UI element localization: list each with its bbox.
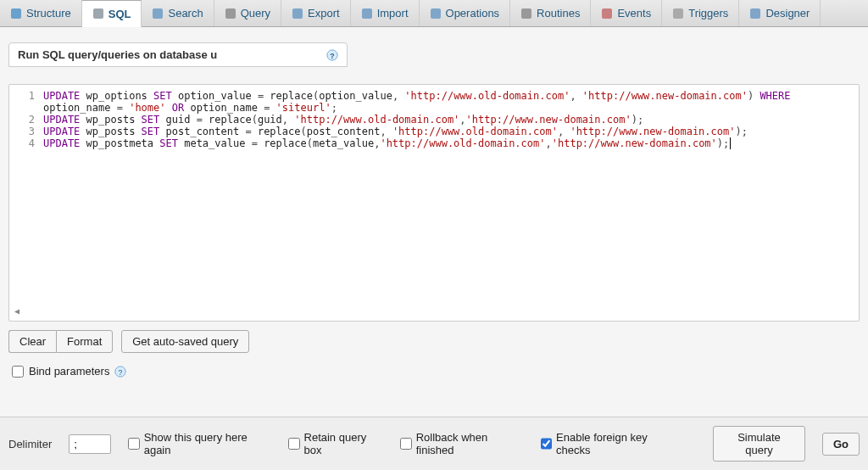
sql-header-title: Run SQL query/queries on database u xyxy=(18,48,217,61)
operations-icon xyxy=(430,8,442,20)
clear-format-group: Clear Format xyxy=(8,330,113,353)
code-content[interactable]: UPDATE wp_postmeta SET meta_value = repl… xyxy=(43,137,859,149)
tab-triggers[interactable]: Triggers xyxy=(662,0,739,26)
tab-operations[interactable]: Operations xyxy=(420,0,511,26)
svg-rect-6 xyxy=(431,8,441,19)
bind-params-label[interactable]: Bind parameters xyxy=(29,365,109,378)
tab-label: Query xyxy=(241,7,270,20)
tab-label: Structure xyxy=(26,7,71,20)
routines-icon xyxy=(520,8,532,20)
tab-label: Designer xyxy=(765,7,810,20)
code-content[interactable]: UPDATE wp_options SET option_value = rep… xyxy=(43,90,859,114)
svg-rect-1 xyxy=(93,8,103,19)
tab-label: Triggers xyxy=(688,7,728,20)
svg-rect-5 xyxy=(362,8,372,19)
line-number: 1 xyxy=(9,90,43,102)
tab-structure[interactable]: Structure xyxy=(0,0,82,26)
search-icon xyxy=(152,8,164,20)
format-button[interactable]: Format xyxy=(56,330,113,353)
get-autosaved-button[interactable]: Get auto-saved query xyxy=(121,330,249,353)
tab-label: Import xyxy=(377,7,409,20)
sql-icon xyxy=(92,8,104,20)
structure-icon xyxy=(10,8,22,20)
clear-button[interactable]: Clear xyxy=(8,330,56,353)
tab-sql[interactable]: SQL xyxy=(82,0,142,27)
code-line[interactable]: 1UPDATE wp_options SET option_value = re… xyxy=(9,90,859,114)
bind-params-row: Bind parameters ? xyxy=(8,361,860,391)
tab-label: Events xyxy=(617,7,651,20)
tab-label: Search xyxy=(168,7,203,20)
svg-rect-9 xyxy=(673,8,683,19)
svg-rect-2 xyxy=(153,8,163,19)
tab-label: Export xyxy=(308,7,340,20)
sql-editor[interactable]: 1UPDATE wp_options SET option_value = re… xyxy=(8,84,860,322)
tab-search[interactable]: Search xyxy=(142,0,214,26)
sql-header: Run SQL query/queries on database u ? xyxy=(8,42,348,67)
bind-params-checkbox[interactable] xyxy=(12,366,24,378)
triggers-icon xyxy=(672,8,684,20)
code-line[interactable]: 3UPDATE wp_posts SET post_content = repl… xyxy=(9,126,859,137)
line-number: 2 xyxy=(9,114,43,126)
help-icon[interactable]: ? xyxy=(114,366,126,378)
tab-import[interactable]: Import xyxy=(351,0,420,26)
tab-label: Routines xyxy=(537,7,580,20)
tab-bar: StructureSQLSearchQueryExportImportOpera… xyxy=(0,0,868,27)
tab-routines[interactable]: Routines xyxy=(510,0,591,26)
text-cursor xyxy=(730,137,731,149)
svg-text:?: ? xyxy=(330,51,334,59)
code-line[interactable]: 2UPDATE wp_posts SET guid = replace(guid… xyxy=(9,114,859,126)
line-number: 4 xyxy=(9,137,43,149)
svg-rect-4 xyxy=(292,8,303,19)
code-content[interactable]: UPDATE wp_posts SET guid = replace(guid,… xyxy=(43,114,859,126)
import-icon xyxy=(361,8,373,20)
tab-events[interactable]: Events xyxy=(591,0,662,26)
tab-designer[interactable]: Designer xyxy=(739,0,821,26)
editor-buttons: Clear Format Get auto-saved query xyxy=(8,322,860,361)
help-icon[interactable]: ? xyxy=(326,49,338,61)
tab-export[interactable]: Export xyxy=(281,0,351,26)
svg-rect-3 xyxy=(225,8,236,19)
designer-icon xyxy=(749,8,761,20)
scroll-left-icon[interactable]: ◀ xyxy=(14,306,19,316)
export-icon xyxy=(292,8,303,20)
tab-label: Operations xyxy=(446,7,500,20)
code-content[interactable]: UPDATE wp_posts SET post_content = repla… xyxy=(43,126,859,137)
svg-rect-0 xyxy=(11,8,21,19)
code-line[interactable]: 4UPDATE wp_postmeta SET meta_value = rep… xyxy=(9,137,859,149)
editor-wrap: 1UPDATE wp_options SET option_value = re… xyxy=(0,67,868,400)
query-icon xyxy=(225,8,236,20)
svg-rect-10 xyxy=(750,8,760,19)
svg-rect-7 xyxy=(521,8,531,19)
tab-label: SQL xyxy=(108,8,131,20)
tab-query[interactable]: Query xyxy=(214,0,281,26)
svg-text:?: ? xyxy=(119,367,123,376)
svg-rect-8 xyxy=(602,8,612,19)
events-icon xyxy=(601,8,613,20)
line-number: 3 xyxy=(9,126,43,137)
